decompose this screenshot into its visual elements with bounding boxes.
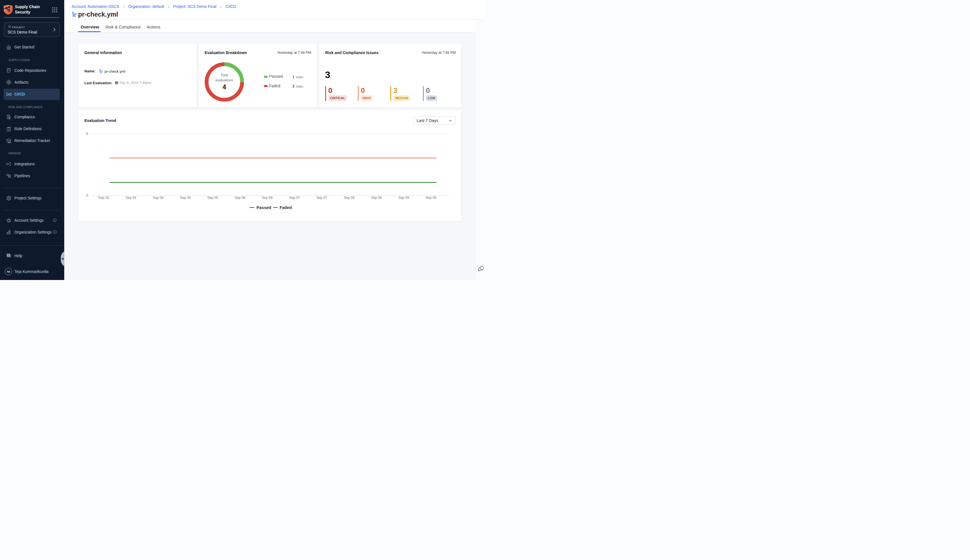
svg-text:?: ? <box>8 254 9 257</box>
